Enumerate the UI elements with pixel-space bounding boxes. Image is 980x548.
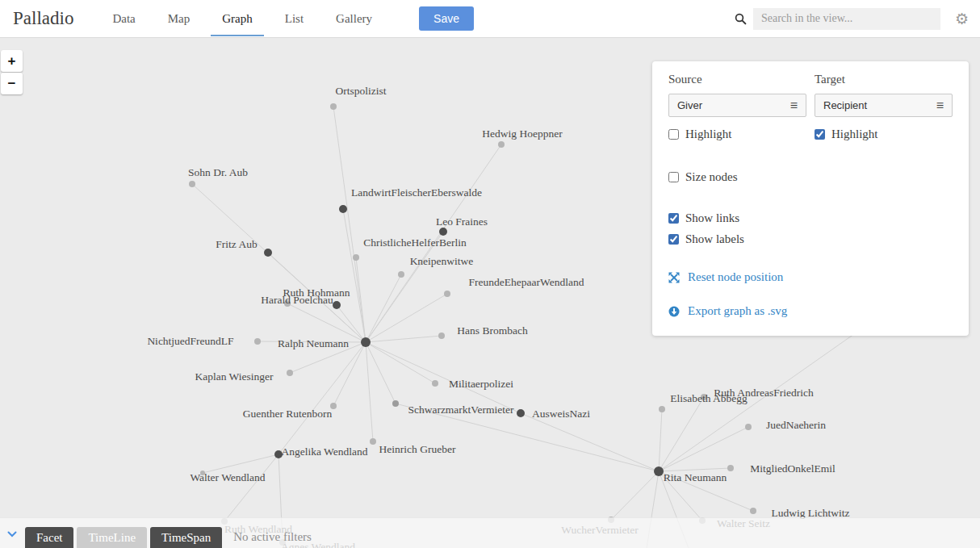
graph-node[interactable] <box>333 301 341 309</box>
graph-node-label: Rita Neumann <box>664 471 727 483</box>
graph-edge <box>356 257 366 342</box>
graph-node[interactable] <box>398 271 404 278</box>
graph-node[interactable] <box>659 406 665 412</box>
export-svg-link[interactable]: Export graph as .svg <box>668 304 953 318</box>
show-links-checkbox[interactable] <box>668 213 679 224</box>
search-icon <box>735 13 747 25</box>
target-dimension-dropdown[interactable]: Recipient ≡ <box>815 94 953 117</box>
filter-status-text: No active filters <box>233 530 312 544</box>
search-input[interactable] <box>753 8 940 30</box>
main-tabs: Data Map Graph List Gallery <box>96 0 388 37</box>
source-dimension-dropdown[interactable]: Giver ≡ <box>668 94 806 117</box>
tab-graph[interactable]: Graph <box>206 0 269 37</box>
graph-node[interactable] <box>432 380 438 387</box>
target-highlight-row: Highlight <box>815 128 953 141</box>
top-navigation-bar: Palladio Data Map Graph List Gallery Sav… <box>0 0 980 38</box>
gear-icon[interactable]: ⚙ <box>955 11 969 27</box>
graph-node[interactable] <box>439 228 447 236</box>
graph-node-label: Angelika Wendland <box>281 446 367 458</box>
graph-edge <box>659 409 662 471</box>
graph-node[interactable] <box>438 333 445 339</box>
graph-node[interactable] <box>370 438 376 445</box>
graph-node-label: Sohn Dr. Aub <box>188 166 248 178</box>
graph-node-label: LandwirtFleischerEberswalde <box>351 186 482 199</box>
graph-node[interactable] <box>330 103 337 110</box>
timespan-filter-button[interactable]: TimeSpan <box>150 527 222 548</box>
graph-node-label: Kneipenwitwe <box>410 255 474 267</box>
hamburger-icon: ≡ <box>936 99 944 112</box>
graph-node-label: Militaerpolizei <box>449 378 513 390</box>
graph-node[interactable] <box>287 370 293 376</box>
facet-filter-button[interactable]: Facet <box>25 527 73 548</box>
graph-node-label: FreundeEhepaarWendland <box>469 276 584 288</box>
search-area: ⚙ <box>735 8 969 30</box>
graph-node-label: Guenther Rutenborn <box>243 408 333 420</box>
source-dimension-value: Giver <box>677 99 702 111</box>
bottom-filter-bar: Facet TimeLine TimeSpan No active filter… <box>0 517 980 548</box>
graph-node[interactable] <box>498 141 505 148</box>
graph-node[interactable] <box>392 400 399 407</box>
graph-node[interactable] <box>254 338 261 345</box>
graph-node[interactable] <box>444 291 450 297</box>
tab-map[interactable]: Map <box>152 0 207 37</box>
source-label: Source <box>668 73 806 86</box>
graph-node[interactable] <box>361 337 371 347</box>
graph-node[interactable] <box>264 249 272 257</box>
graph-node-label: Kaplan Wiesinger <box>195 370 274 383</box>
size-nodes-checkbox[interactable] <box>668 172 679 182</box>
size-nodes-label: Size nodes <box>685 170 738 184</box>
graph-node-label: Hedwig Hoeppner <box>482 128 563 140</box>
graph-node[interactable] <box>353 254 359 261</box>
graph-node[interactable] <box>750 508 756 514</box>
reset-node-position-link[interactable]: Reset node position <box>668 270 953 284</box>
graph-node[interactable] <box>339 205 347 213</box>
graph-node-label: SchwarzmarktVermieter <box>408 404 514 416</box>
graph-node-label: Harald Poelchau <box>261 294 333 306</box>
timeline-filter-button[interactable]: TimeLine <box>77 527 147 548</box>
graph-edge <box>224 454 279 521</box>
show-links-label: Show links <box>685 211 739 225</box>
tab-data[interactable]: Data <box>96 0 151 37</box>
graph-node-label: Walter Wendland <box>190 471 265 483</box>
graph-settings-panel: Source Giver ≡ Highlight Target Recipien… <box>652 61 969 336</box>
graph-edge <box>203 454 279 473</box>
graph-node-label: Ralph Neumann <box>278 337 349 349</box>
source-highlight-row: Highlight <box>668 128 806 141</box>
graph-edge <box>343 209 366 342</box>
graph-node-label: AusweisNazi <box>532 408 590 420</box>
target-highlight-checkbox[interactable] <box>815 129 825 140</box>
chevron-down-icon[interactable] <box>7 531 17 538</box>
graph-node-label: Ruth AndreasFriedrich <box>714 387 814 399</box>
graph-node-label: Fritz Aub <box>216 238 258 250</box>
graph-edge <box>521 413 659 471</box>
tab-list[interactable]: List <box>269 0 320 37</box>
graph-node-label: ChristlicheHelferBerlin <box>363 236 467 249</box>
graph-node[interactable] <box>517 409 525 417</box>
zoom-in-button[interactable]: + <box>1 50 23 72</box>
zoom-out-button[interactable]: − <box>1 73 23 94</box>
graph-node-label: Ortspolizist <box>336 85 387 97</box>
source-highlight-label: Highlight <box>685 128 732 141</box>
graph-edge <box>611 471 659 520</box>
show-labels-checkbox[interactable] <box>668 234 679 245</box>
save-button[interactable]: Save <box>419 6 474 31</box>
graph-edge <box>333 342 366 406</box>
target-highlight-label: Highlight <box>831 128 878 141</box>
size-nodes-row: Size nodes <box>668 170 953 184</box>
graph-node-label: NichtjuedFreundLF <box>147 335 234 347</box>
show-links-row: Show links <box>668 211 953 225</box>
graph-node-label: MitgliedOnkelEmil <box>750 462 836 475</box>
hamburger-icon: ≡ <box>790 99 798 112</box>
show-labels-label: Show labels <box>685 232 744 246</box>
graph-node[interactable] <box>189 181 195 187</box>
graph-node-label: Heinrich Grueber <box>379 443 456 455</box>
source-highlight-checkbox[interactable] <box>668 129 679 140</box>
graph-node-label: JuedNaeherin <box>766 419 826 431</box>
app-logo[interactable]: Palladio <box>13 8 73 29</box>
tab-gallery[interactable]: Gallery <box>320 0 388 37</box>
show-labels-row: Show labels <box>668 232 953 246</box>
graph-node[interactable] <box>745 424 752 430</box>
graph-edge <box>279 342 366 454</box>
graph-node[interactable] <box>727 465 734 471</box>
graph-node[interactable] <box>654 466 664 476</box>
